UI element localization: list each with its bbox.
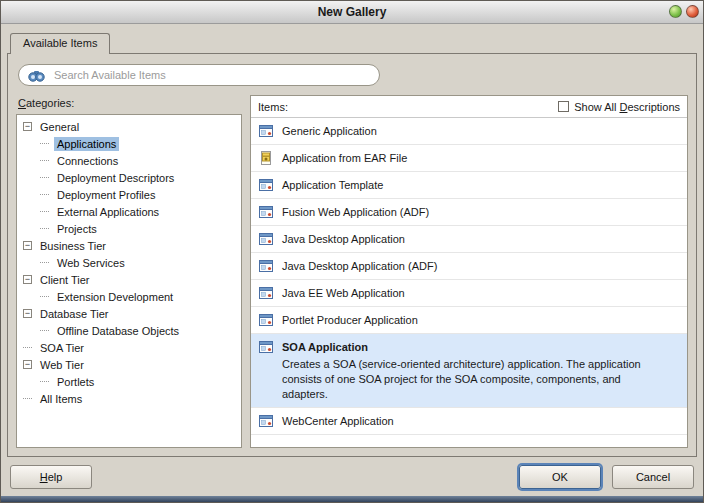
tree-item-label: All Items [37,392,85,406]
tree-item-label: External Applications [54,205,162,219]
tree-item-label: Database Tier [37,307,111,321]
item-label: Java EE Web Application [282,285,680,301]
item-label: Application Template [282,177,680,193]
cancel-button[interactable]: Cancel [612,465,694,489]
tab-available-items[interactable]: Available Items [10,33,110,54]
show-all-checkbox[interactable] [558,101,569,112]
application-icon [258,312,274,328]
application-icon [258,413,274,429]
tree-item-extension-development[interactable]: Extension Development [17,288,241,305]
tab-strip: Available Items [1,24,703,53]
help-button[interactable]: Help [10,465,92,489]
tree-item-deployment-profiles[interactable]: Deployment Profiles [17,186,241,203]
tree-branch-line [40,177,49,178]
collapse-icon[interactable]: − [23,309,32,318]
item-label: WebCenter Application [282,413,680,429]
tree-item-label: Applications [54,137,119,151]
application-icon [258,339,274,355]
categories-panel: Categories: −GeneralApplicationsConnecti… [16,95,242,448]
tree-item-business-tier[interactable]: −Business Tier [17,237,241,254]
tree-branch-line [23,347,32,348]
search-box[interactable] [18,64,380,86]
collapse-icon[interactable]: − [23,122,32,131]
tree-item-label: SOA Tier [37,341,87,355]
tree-branch-line [40,228,49,229]
tree-item-label: Business Tier [37,239,109,253]
tree-branch-line [40,330,49,331]
item-description: Creates a SOA (service-oriented architec… [282,357,680,402]
tree-branch-line [40,381,49,382]
item-fusion-web-application-adf[interactable]: Fusion Web Application (ADF) [251,199,687,226]
tree-item-label: Client Tier [37,273,93,287]
item-soa-application[interactable]: SOA ApplicationCreates a SOA (service-or… [251,334,687,408]
close-button[interactable] [686,5,699,18]
item-portlet-producer-application[interactable]: Portlet Producer Application [251,307,687,334]
panel-splitter[interactable] [242,95,250,448]
item-label: Application from EAR File [282,150,680,166]
items-panel: Items: Show All Descriptions Generic App… [250,95,688,448]
tree-item-label: Deployment Profiles [54,188,158,202]
application-icon [258,285,274,301]
titlebar[interactable]: New Gallery [1,1,703,24]
collapse-icon[interactable]: − [23,241,32,250]
item-label: Java Desktop Application [282,231,680,247]
item-label: SOA Application [282,339,680,355]
search-input[interactable] [52,68,370,82]
minimize-button[interactable] [669,5,682,18]
application-icon [258,177,274,193]
item-label: Generic Application [282,123,680,139]
tree-item-label: Offline Database Objects [54,324,182,338]
categories-tree: −GeneralApplicationsConnectionsDeploymen… [16,114,242,448]
item-java-desktop-application-adf[interactable]: Java Desktop Application (ADF) [251,253,687,280]
collapse-icon[interactable]: − [23,360,32,369]
application-icon [258,123,274,139]
tree-branch-line [40,194,49,195]
tree-item-label: Deployment Descriptors [54,171,177,185]
items-list: Generic Application Application from EAR… [251,118,687,447]
item-java-ee-web-application[interactable]: Java EE Web Application [251,280,687,307]
application-icon [258,231,274,247]
tree-item-projects[interactable]: Projects [17,220,241,237]
tree-branch-line [40,211,49,212]
tree-item-general[interactable]: −General [17,118,241,135]
tree-item-external-applications[interactable]: External Applications [17,203,241,220]
items-header: Items: Show All Descriptions [251,96,687,118]
tree-item-web-services[interactable]: Web Services [17,254,241,271]
categories-label: Categories: [16,95,242,114]
ok-button[interactable]: OK [519,465,601,489]
tree-item-label: Projects [54,222,100,236]
items-label: Items: [258,101,288,113]
tree-branch-line [23,398,32,399]
collapse-icon[interactable]: − [23,275,32,284]
tree-item-soa-tier[interactable]: SOA Tier [17,339,241,356]
application-icon [258,258,274,274]
tree-item-all-items[interactable]: All Items [17,390,241,407]
item-generic-application[interactable]: Generic Application [251,118,687,145]
tree-item-applications[interactable]: Applications [17,135,241,152]
content-panels: Categories: −GeneralApplicationsConnecti… [16,95,688,448]
tree-item-web-tier[interactable]: −Web Tier [17,356,241,373]
tree-item-deployment-descriptors[interactable]: Deployment Descriptors [17,169,241,186]
item-webcenter-application[interactable]: WebCenter Application [251,408,687,435]
tree-branch-line [40,296,49,297]
item-application-template[interactable]: Application Template [251,172,687,199]
tree-branch-line [40,262,49,263]
search-icon [28,69,45,82]
show-all-descriptions-toggle[interactable]: Show All Descriptions [558,101,680,113]
tree-branch-line [40,160,49,161]
available-items-panel: Categories: −GeneralApplicationsConnecti… [7,53,697,457]
item-label: Portlet Producer Application [282,312,680,328]
item-java-desktop-application[interactable]: Java Desktop Application [251,226,687,253]
application-icon [258,204,274,220]
window-title: New Gallery [318,5,387,19]
item-application-from-ear-file[interactable]: Application from EAR File [251,145,687,172]
tree-item-label: Extension Development [54,290,176,304]
tree-item-label: Web Tier [37,358,87,372]
tree-item-database-tier[interactable]: −Database Tier [17,305,241,322]
tree-item-offline-database-objects[interactable]: Offline Database Objects [17,322,241,339]
button-bar: Help OK Cancel [1,457,703,496]
tree-item-portlets[interactable]: Portlets [17,373,241,390]
tree-item-client-tier[interactable]: −Client Tier [17,271,241,288]
show-all-label: Show All Descriptions [574,101,680,113]
tree-item-connections[interactable]: Connections [17,152,241,169]
